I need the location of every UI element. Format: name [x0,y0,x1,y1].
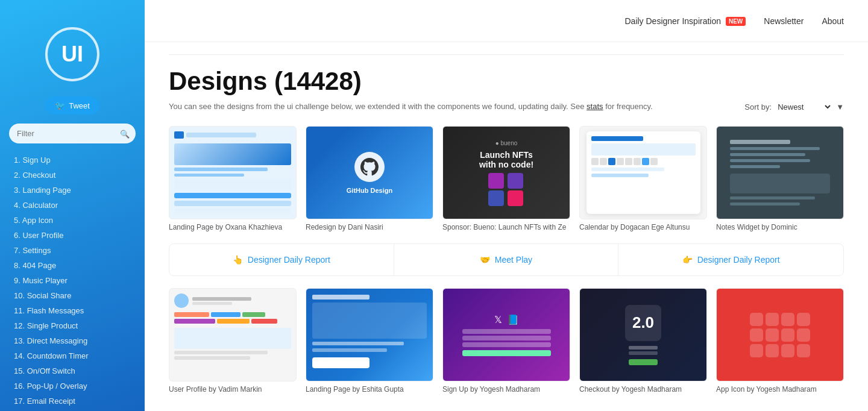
design-card-5[interactable]: Notes Widget by Dominic [716,126,844,231]
sidebar: UI 🐦 Tweet 🔍 1. Sign Up 2. Checkout 3. L… [0,0,145,411]
logo-text: UI [61,42,83,67]
stats-link[interactable]: stats [587,102,603,111]
sidebar-item-app-icon[interactable]: 5. App Icon [9,213,136,228]
design-card-8[interactable]: 𝕏 📘 Sign Up by Yogesh Madharam [442,288,570,394]
promo-emoji-3: 👉 [682,255,693,265]
promo-link-2[interactable]: Meet Play [495,255,532,265]
newsletter-link[interactable]: Newsletter [764,16,804,26]
design-card-4[interactable]: Calendar by Dogacan Ege Altunsu [579,126,707,231]
designs-grid-row1: Landing Page by Oxana Khazhieva GitHub D… [169,126,844,231]
promo-link-3[interactable]: Designer Daily Report [697,255,780,265]
twitter-icon-card: 𝕏 [494,314,502,325]
promo-link-1[interactable]: Designer Daily Report [248,255,330,265]
sidebar-item-flash-messages[interactable]: 11. Flash Messages [9,303,136,318]
sidebar-item-calculator[interactable]: 4. Calculator [9,198,136,213]
signup-social-icons: 𝕏 📘 [494,314,519,325]
new-badge: NEW [726,17,746,26]
card-2-label: Redesign by Dani Nasiri [306,223,433,231]
sidebar-item-checkout[interactable]: 2. Checkout [9,168,136,183]
chevron-down-icon: ▼ [836,102,844,111]
sidebar-item-settings[interactable]: 7. Settings [9,243,136,258]
card-1-label: Landing Page by Oxana Khazhieva [169,223,297,231]
promo-banner: 👆 Designer Daily Report 🤝 Meet Play 👉 De… [169,243,844,276]
promo-emoji-1: 👆 [233,255,243,265]
card-9-label: Checkout by Yogesh Madharam [579,385,707,394]
sidebar-item-landing-page[interactable]: 3. Landing Page [9,183,136,198]
input-mock-3 [462,342,551,347]
promo-emoji-2: 🤝 [480,255,490,265]
sort-label: Sort by: [744,102,772,111]
sidebar-item-music-player[interactable]: 9. Music Player [9,273,136,288]
sidebar-item-direct-messaging[interactable]: 13. Direct Messaging [9,333,136,348]
tweet-button[interactable]: 🐦 Tweet [45,96,99,115]
tweet-label: Tweet [69,101,90,110]
btn-mock [462,350,551,356]
main-content: Daily Designer Inspiration NEW Newslette… [145,0,868,411]
promo-item-3[interactable]: 👉 Designer Daily Report [618,244,843,275]
sidebar-item-onoff-switch[interactable]: 15. On/Off Switch [9,363,136,378]
sidebar-logo: UI [0,12,145,96]
page-title: Designs (14428) [169,67,844,96]
card-10-label: App Icon by Yogesh Madharam [716,385,844,394]
promo-item-1[interactable]: 👆 Designer Daily Report [169,244,394,275]
design-card-2[interactable]: GitHub Design Redesign by Dani Nasiri [306,126,433,231]
input-mock-1 [462,329,551,334]
nav-list: 1. Sign Up 2. Checkout 3. Landing Page 4… [0,152,145,411]
daily-designer-link[interactable]: Daily Designer Inspiration NEW [625,16,746,26]
search-icon: 🔍 [120,129,130,138]
page-description: You can see the designs from the ui chal… [169,102,844,111]
card-3-label: Sponsor: Bueno: Launch NFTs with Ze [442,223,570,231]
design-card-3[interactable]: ● bueno Launch NFTswith no code! Sponsor… [442,126,570,231]
design-card-10[interactable]: App Icon by Yogesh Madharam [716,288,844,394]
search-container: 🔍 [9,124,136,143]
top-nav: Daily Designer Inspiration NEW Newslette… [145,0,868,42]
sidebar-item-user-profile[interactable]: 6. User Profile [9,228,136,243]
designs-grid-row2: User Profile by Vadim Markin Landing Pag… [169,288,844,394]
sidebar-item-email-receipt[interactable]: 17. Email Receipt [9,394,136,409]
sidebar-item-analytics[interactable]: 18. Analytics Chart [9,409,136,411]
card-7-label: Landing Page by Eshita Gupta [306,385,433,394]
header-nav: Daily Designer Inspiration NEW Newslette… [625,16,844,26]
input-mock-2 [462,336,551,340]
sidebar-item-sign-up[interactable]: 1. Sign Up [9,152,136,168]
sidebar-item-404[interactable]: 8. 404 Page [9,258,136,273]
card-4-label: Calendar by Dogacan Ege Altunsu [579,223,707,231]
social-icon-card: 📘 [507,314,519,325]
search-input[interactable] [9,124,136,143]
card-6-label: User Profile by Vadim Markin [169,385,297,394]
promo-item-2[interactable]: 🤝 Meet Play [394,244,619,275]
design-card-1[interactable]: Landing Page by Oxana Khazhieva [169,126,297,231]
sidebar-item-popup[interactable]: 16. Pop-Up / Overlay [9,378,136,394]
sidebar-item-countdown-timer[interactable]: 14. Countdown Timer [9,348,136,363]
logo-circle: UI [45,27,99,81]
design-card-6[interactable]: User Profile by Vadim Markin [169,288,297,394]
signup-form-mock [462,329,551,356]
sort-select[interactable]: Newest Popular Most Viewed [775,102,832,112]
card-5-label: Notes Widget by Dominic [716,223,844,231]
card-8-label: Sign Up by Yogesh Madharam [442,385,570,394]
header-divider [169,54,844,55]
twitter-icon: 🐦 [55,101,65,110]
about-link[interactable]: About [822,16,844,26]
sidebar-item-single-product[interactable]: 12. Single Product [9,318,136,333]
github-logo [354,152,385,182]
design-card-7[interactable]: Landing Page by Eshita Gupta [306,288,433,394]
design-card-9[interactable]: 2.0 Checkout by Yogesh Madharam [579,288,707,394]
sidebar-item-social-share[interactable]: 10. Social Share [9,288,136,303]
